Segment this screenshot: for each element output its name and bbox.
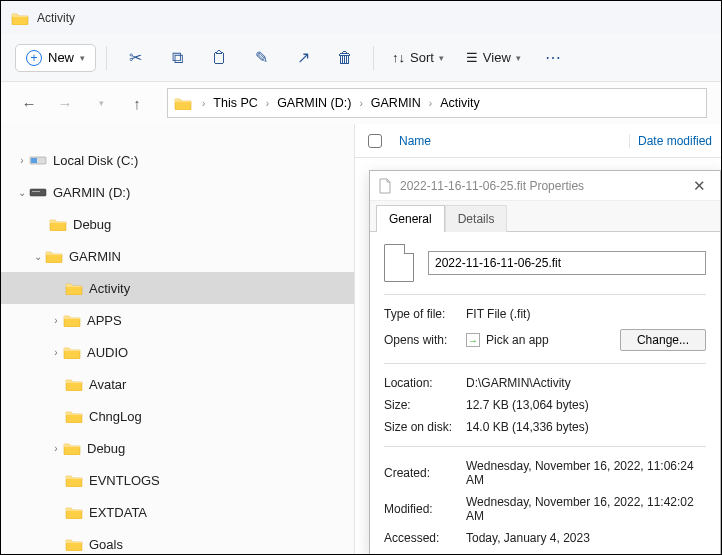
crumb-activity[interactable]: Activity — [436, 94, 484, 112]
tree-garmin-d[interactable]: ⌄GARMIN (D:) — [1, 176, 354, 208]
tabs: General Details — [370, 201, 720, 231]
folder-icon — [11, 11, 29, 25]
more-icon[interactable]: ⋯ — [535, 40, 571, 76]
value-type: FIT File (.fit) — [466, 307, 706, 321]
tree-goals[interactable]: Goals — [1, 528, 354, 554]
tab-details[interactable]: Details — [445, 205, 508, 232]
value-modified: Wednesday, November 16, 2022, 11:42:02 A… — [466, 495, 706, 523]
expander-icon[interactable]: › — [49, 347, 63, 358]
chevron-right-icon: › — [202, 98, 205, 109]
toolbar: + New ▾ ✂ ⧉ 📋︎ ✎ ↗ 🗑︎ ↑↓ Sort ▾ ☰ View ▾… — [1, 34, 721, 82]
view-button[interactable]: ☰ View ▾ — [458, 45, 529, 70]
tree-garmin[interactable]: ⌄GARMIN — [1, 240, 354, 272]
folder-icon — [65, 281, 83, 295]
sort-icon: ↑↓ — [392, 50, 405, 65]
view-label: View — [483, 50, 511, 65]
drive-icon — [29, 154, 47, 166]
select-all[interactable] — [355, 134, 395, 148]
expander-icon[interactable]: › — [15, 155, 29, 166]
properties-dialog: 2022-11-16-11-06-25.fit Properties ✕ Gen… — [369, 170, 721, 555]
properties-body: Type of file:FIT File (.fit) Opens with:… — [370, 231, 720, 554]
tree-activity[interactable]: Activity — [1, 272, 354, 304]
label-type: Type of file: — [384, 307, 466, 321]
folder-icon — [65, 473, 83, 487]
tree-debug2[interactable]: ›Debug — [1, 432, 354, 464]
tree-chnglog[interactable]: ChngLog — [1, 400, 354, 432]
tree-extdata[interactable]: EXTDATA — [1, 496, 354, 528]
tree-debug[interactable]: Debug — [1, 208, 354, 240]
app-icon: → — [466, 333, 480, 347]
value-size: 12.7 KB (13,064 bytes) — [466, 398, 706, 412]
tree-apps[interactable]: ›APPS — [1, 304, 354, 336]
chevron-right-icon: › — [359, 98, 362, 109]
sort-button[interactable]: ↑↓ Sort ▾ — [384, 45, 452, 70]
up-button[interactable]: ↑ — [123, 89, 151, 117]
label-sizeondisk: Size on disk: — [384, 420, 466, 434]
expander-icon[interactable]: › — [49, 443, 63, 454]
cut-icon[interactable]: ✂ — [117, 40, 153, 76]
folder-icon — [49, 217, 67, 231]
tree-evntlogs[interactable]: EVNTLOGS — [1, 464, 354, 496]
folder-icon — [174, 96, 192, 110]
change-button[interactable]: Change... — [620, 329, 706, 351]
recent-chevron[interactable]: ▾ — [87, 89, 115, 117]
col-name[interactable]: Name — [395, 134, 629, 148]
window-title: Activity — [37, 11, 75, 25]
folder-icon — [45, 249, 63, 263]
expander-icon[interactable]: › — [49, 315, 63, 326]
view-icon: ☰ — [466, 50, 478, 65]
delete-icon[interactable]: 🗑︎ — [327, 40, 363, 76]
label-opens: Opens with: — [384, 333, 466, 347]
drive-icon — [29, 186, 47, 198]
folder-icon — [65, 409, 83, 423]
chevron-right-icon: › — [429, 98, 432, 109]
col-date[interactable]: Date modified — [629, 134, 721, 148]
folder-icon — [63, 313, 81, 327]
separator — [106, 46, 107, 70]
value-sizeondisk: 14.0 KB (14,336 bytes) — [466, 420, 706, 434]
label-location: Location: — [384, 376, 466, 390]
chevron-down-icon: ▾ — [439, 53, 444, 63]
file-icon — [384, 244, 414, 282]
crumb-garmin[interactable]: GARMIN — [367, 94, 425, 112]
paste-icon[interactable]: 📋︎ — [201, 40, 237, 76]
folder-icon — [65, 505, 83, 519]
label-modified: Modified: — [384, 502, 466, 516]
nav-row: ← → ▾ ↑ › This PC › GARMIN (D:) › GARMIN… — [1, 82, 721, 124]
separator — [373, 46, 374, 70]
tree-avatar[interactable]: Avatar — [1, 368, 354, 400]
expander-icon[interactable]: ⌄ — [15, 187, 29, 198]
crumb-this-pc[interactable]: This PC — [209, 94, 261, 112]
value-opens: Pick an app — [486, 333, 549, 347]
new-button[interactable]: + New ▾ — [15, 44, 96, 72]
value-location: D:\GARMIN\Activity — [466, 376, 706, 390]
close-button[interactable]: ✕ — [687, 175, 712, 197]
dialog-title: 2022-11-16-11-06-25.fit Properties — [400, 179, 584, 193]
tab-general[interactable]: General — [376, 205, 445, 232]
address-bar[interactable]: › This PC › GARMIN (D:) › GARMIN › Activ… — [167, 88, 707, 118]
label-size: Size: — [384, 398, 466, 412]
expander-icon[interactable]: ⌄ — [31, 251, 45, 262]
sort-label: Sort — [410, 50, 434, 65]
rename-icon[interactable]: ✎ — [243, 40, 279, 76]
forward-button[interactable]: → — [51, 89, 79, 117]
folder-icon — [63, 441, 81, 455]
titlebar: Activity — [1, 1, 721, 34]
nav-tree: ›Local Disk (C:) ⌄GARMIN (D:) Debug ⌄GAR… — [1, 124, 354, 554]
crumb-garmin-d[interactable]: GARMIN (D:) — [273, 94, 355, 112]
chevron-right-icon: › — [266, 98, 269, 109]
new-label: New — [48, 50, 74, 65]
copy-icon[interactable]: ⧉ — [159, 40, 195, 76]
tree-local-disk[interactable]: ›Local Disk (C:) — [1, 144, 354, 176]
filename-input[interactable] — [428, 251, 706, 275]
share-icon[interactable]: ↗ — [285, 40, 321, 76]
folder-icon — [65, 377, 83, 391]
value-created: Wednesday, November 16, 2022, 11:06:24 A… — [466, 459, 706, 487]
back-button[interactable]: ← — [15, 89, 43, 117]
folder-icon — [63, 345, 81, 359]
tree-audio[interactable]: ›AUDIO — [1, 336, 354, 368]
label-accessed: Accessed: — [384, 531, 466, 545]
file-icon — [378, 178, 392, 194]
dialog-titlebar[interactable]: 2022-11-16-11-06-25.fit Properties ✕ — [370, 171, 720, 201]
column-header: Name Date modified — [355, 124, 721, 158]
